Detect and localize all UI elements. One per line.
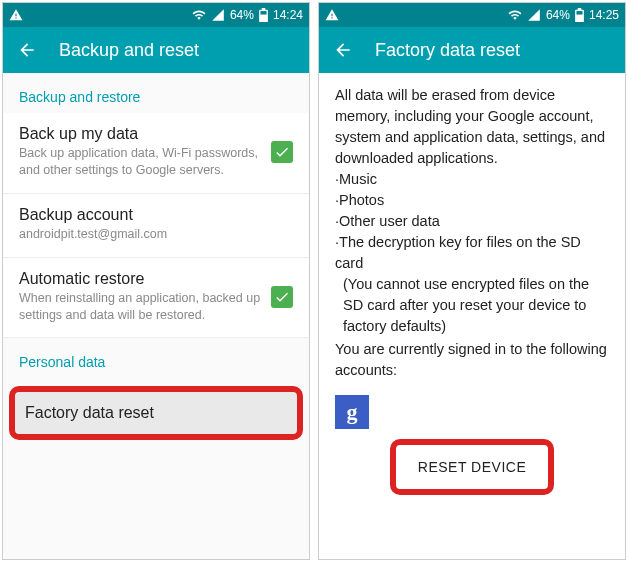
setting-automatic-restore[interactable]: Automatic restore When reinstalling an a… bbox=[3, 258, 309, 339]
setting-subtitle: Back up application data, Wi-Fi password… bbox=[19, 145, 261, 179]
setting-subtitle: androidpit.test@gmail.com bbox=[19, 226, 293, 243]
page-title: Backup and reset bbox=[59, 40, 199, 61]
reset-warning-content: All data will be erased from device memo… bbox=[319, 73, 625, 559]
screen-factory-data-reset: 64% 14:25 Factory data reset All data wi… bbox=[318, 2, 626, 560]
checkbox-checked-icon[interactable] bbox=[271, 141, 293, 163]
signal-icon bbox=[211, 8, 225, 22]
setting-backup-my-data[interactable]: Back up my data Back up application data… bbox=[3, 113, 309, 194]
reset-warning-text: All data will be erased from device memo… bbox=[319, 73, 625, 387]
back-arrow-icon[interactable] bbox=[333, 40, 353, 60]
settings-list: Backup and restore Back up my data Back … bbox=[3, 73, 309, 559]
signal-icon bbox=[527, 8, 541, 22]
battery-percent: 64% bbox=[230, 8, 254, 22]
setting-backup-account[interactable]: Backup account androidpit.test@gmail.com bbox=[3, 194, 309, 258]
svg-rect-0 bbox=[260, 11, 266, 15]
bullet-other: ·Other user data bbox=[335, 211, 609, 232]
app-bar: Backup and reset bbox=[3, 27, 309, 73]
section-header-backup: Backup and restore bbox=[3, 73, 309, 113]
wifi-icon bbox=[508, 8, 522, 22]
google-account-icon[interactable]: g bbox=[335, 395, 369, 429]
reset-device-button[interactable]: RESET DEVICE bbox=[390, 439, 554, 495]
section-header-personal: Personal data bbox=[3, 338, 309, 378]
setting-title: Automatic restore bbox=[19, 270, 261, 288]
battery-percent: 64% bbox=[546, 8, 570, 22]
bullet-sdkey: ·The decryption key for files on the SD … bbox=[335, 232, 609, 274]
bullet-photos: ·Photos bbox=[335, 190, 609, 211]
checkbox-checked-icon[interactable] bbox=[271, 286, 293, 308]
page-title: Factory data reset bbox=[375, 40, 520, 61]
clock-time: 14:25 bbox=[589, 8, 619, 22]
clock-time: 14:24 bbox=[273, 8, 303, 22]
screen-backup-reset: 64% 14:24 Backup and reset Backup and re… bbox=[2, 2, 310, 560]
warning-icon bbox=[9, 8, 23, 22]
back-arrow-icon[interactable] bbox=[17, 40, 37, 60]
svg-rect-1 bbox=[576, 11, 582, 15]
setting-subtitle: When reinstalling an application, backed… bbox=[19, 290, 261, 324]
battery-icon bbox=[575, 8, 584, 22]
wifi-icon bbox=[192, 8, 206, 22]
setting-factory-data-reset[interactable]: Factory data reset bbox=[9, 386, 303, 440]
battery-icon bbox=[259, 8, 268, 22]
setting-title: Factory data reset bbox=[25, 404, 154, 421]
status-bar: 64% 14:24 bbox=[3, 3, 309, 27]
app-bar: Factory data reset bbox=[319, 27, 625, 73]
setting-title: Back up my data bbox=[19, 125, 261, 143]
status-bar: 64% 14:25 bbox=[319, 3, 625, 27]
bullet-music: ·Music bbox=[335, 169, 609, 190]
warning-intro: All data will be erased from device memo… bbox=[335, 87, 605, 166]
warning-icon bbox=[325, 8, 339, 22]
bullet-sdkey-note: (You cannot use encrypted files on the S… bbox=[335, 274, 609, 337]
setting-title: Backup account bbox=[19, 206, 293, 224]
signed-in-text: You are currently signed in to the follo… bbox=[335, 339, 609, 381]
